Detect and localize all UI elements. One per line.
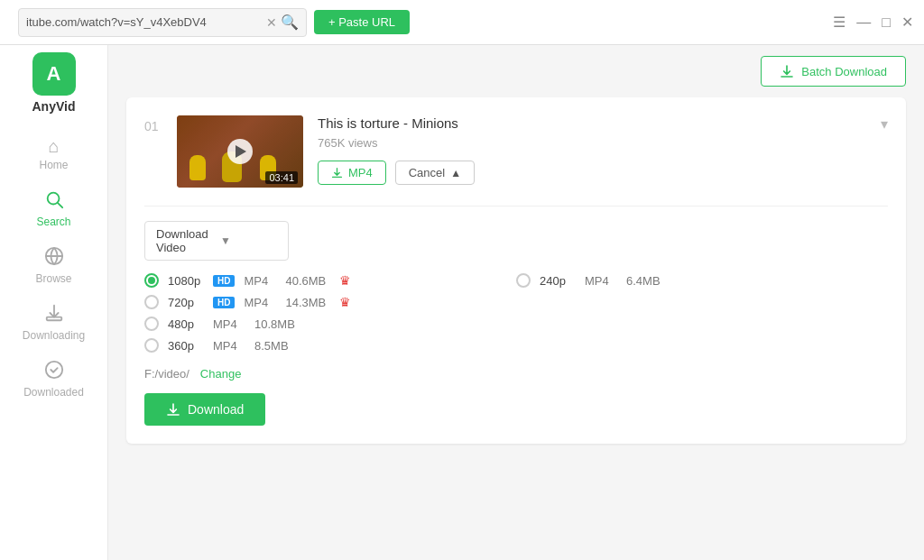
quality-row-480p[interactable]: 480p MP4 10.8MB [144,317,516,331]
svg-point-4 [45,362,61,378]
quality-format-360p: MP4 [213,339,245,353]
clear-url-icon[interactable]: ✕ [263,15,281,30]
video-info: This is torture - Minions 765K views MP4… [318,115,866,185]
download-type-dropdown[interactable]: Download Video ▼ [144,221,289,261]
downloading-label: Downloading [23,329,85,342]
video-title: This is torture - Minions [318,115,866,131]
quality-size-1080p: 40.6MB [285,274,330,288]
video-views: 765K views [318,136,866,150]
quality-size-720p: 14.3MB [285,296,330,309]
close-icon[interactable]: ✕ [901,14,913,31]
download-btn-icon [166,402,180,417]
quality-row-720p[interactable]: 720p HD MP4 14.3MB ♛ [144,295,516,309]
video-card: 01 03 [126,97,906,444]
search-url-icon[interactable]: 🔍 [281,14,299,31]
cancel-button[interactable]: Cancel ▲ [395,161,475,185]
quality-format-480p: MP4 [213,317,245,331]
quality-row-360p[interactable]: 360p MP4 8.5MB [144,338,516,353]
batch-download-button[interactable]: Batch Download [761,56,906,87]
app-logo: A [32,52,76,96]
quality-label-1080p: 1080p [168,274,204,288]
quality-size-240p: 6.4MB [626,274,671,288]
home-label: Home [39,159,68,171]
quality-format-1080p: MP4 [244,274,276,288]
quality-size-360p: 8.5MB [254,339,300,353]
video-actions: MP4 Cancel ▲ [318,161,866,185]
batch-download-icon [780,64,794,78]
browse-label: Browse [35,272,71,285]
sidebar-item-browse[interactable]: Browse [0,237,107,294]
dropdown-arrow-icon: ▼ [220,234,277,247]
quality-format-240p: MP4 [585,274,617,288]
svg-line-1 [58,203,62,207]
title-bar: itube.com/watch?v=sY_v4XebDV4 ✕ 🔍 + Past… [0,0,924,45]
top-bar: Batch Download [108,45,924,97]
sidebar-item-downloading[interactable]: Downloading [0,294,107,351]
quality-format-720p: MP4 [244,296,276,309]
downloaded-label: Downloaded [23,386,84,399]
quality-row-1080p[interactable]: 1080p HD MP4 40.6MB ♛ [144,273,516,288]
radio-1080p[interactable] [144,273,159,288]
save-path-row: F:/video/ Change [144,367,888,381]
logo-area: A AnyVid [32,52,76,114]
hd-badge-1080p: HD [213,275,235,287]
url-text: itube.com/watch?v=sY_v4XebDV4 [26,15,263,29]
radio-480p[interactable] [144,317,159,331]
main-content: Batch Download 01 [108,45,924,560]
quality-size-480p: 10.8MB [254,317,300,331]
sidebar: A AnyVid ⌂ Home Search B [0,45,108,560]
url-bar[interactable]: itube.com/watch?v=sY_v4XebDV4 ✕ 🔍 [18,8,307,37]
home-icon: ⌂ [48,137,59,155]
crown-icon-1080p: ♛ [339,273,351,288]
chevron-up-icon: ▲ [450,167,461,179]
maximize-icon[interactable]: □ [882,14,891,31]
menu-icon[interactable]: ☰ [833,14,845,31]
content-area: 01 03 [108,97,924,560]
radio-360p[interactable] [144,338,159,353]
download-btn-label: Download [188,402,244,417]
quality-label-720p: 720p [168,296,204,309]
video-duration: 03:41 [265,171,298,184]
video-thumbnail: 03:41 [177,115,303,188]
hd-badge-720p: HD [213,297,235,308]
search-label: Search [36,216,70,228]
mp4-download-button[interactable]: MP4 [318,161,386,185]
downloading-icon [44,303,64,326]
play-triangle-icon [236,145,246,158]
search-icon [44,189,64,212]
radio-inner-1080p [148,277,155,284]
video-number: 01 [144,119,162,133]
save-path-text: F:/video/ [144,367,189,381]
dropdown-selected-label: Download Video [156,227,213,254]
downloaded-icon [44,360,64,382]
video-header: 01 03 [144,115,888,188]
svg-rect-3 [46,317,61,321]
quality-label-360p: 360p [168,339,204,353]
play-button[interactable] [227,139,253,164]
sidebar-item-search[interactable]: Search [0,180,107,237]
radio-240p[interactable] [516,273,531,288]
logo-letter: A [47,62,61,86]
sidebar-item-home[interactable]: ⌂ Home [0,128,107,180]
sidebar-item-downloaded[interactable]: Downloaded [0,351,107,408]
crown-icon-720p: ♛ [339,295,351,309]
quality-grid: 1080p HD MP4 40.6MB ♛ 240p MP4 6.4MB [144,273,888,353]
quality-label-240p: 240p [540,274,576,288]
cancel-label: Cancel [409,166,445,179]
minimize-icon[interactable]: — [856,14,871,31]
download-small-icon [331,167,343,179]
quality-label-480p: 480p [168,317,204,331]
radio-720p[interactable] [144,295,159,309]
mp4-label: MP4 [348,166,373,179]
paste-url-button[interactable]: + Paste URL [314,10,410,34]
app-name: AnyVid [32,99,76,114]
window-controls: ☰ — □ ✕ [833,14,913,31]
download-button[interactable]: Download [144,393,265,426]
batch-download-label: Batch Download [801,65,887,78]
browse-icon [44,246,64,269]
download-options: Download Video ▼ 1080p HD MP4 40.6MB [144,206,888,426]
quality-row-240p[interactable]: 240p MP4 6.4MB [516,273,888,288]
card-chevron-icon[interactable]: ▾ [881,115,888,133]
change-path-link[interactable]: Change [200,367,242,381]
